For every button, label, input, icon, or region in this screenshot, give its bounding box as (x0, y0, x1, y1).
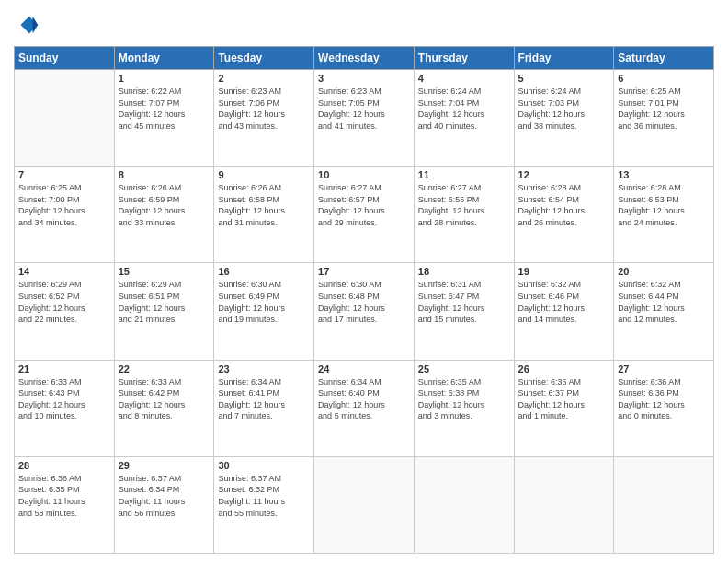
day-number: 11 (418, 169, 510, 180)
day-number: 13 (618, 169, 710, 180)
day-info: Sunrise: 6:23 AM Sunset: 7:06 PM Dayligh… (218, 86, 310, 132)
header (14, 9, 714, 39)
day-info: Sunrise: 6:30 AM Sunset: 6:49 PM Dayligh… (218, 279, 310, 325)
calendar-header-row: SundayMondayTuesdayWednesdayThursdayFrid… (15, 47, 714, 70)
day-info: Sunrise: 6:33 AM Sunset: 6:42 PM Dayligh… (119, 376, 210, 422)
day-info: Sunrise: 6:25 AM Sunset: 7:01 PM Dayligh… (618, 86, 710, 132)
day-info: Sunrise: 6:25 AM Sunset: 7:00 PM Dayligh… (18, 182, 110, 228)
calendar-cell: 12Sunrise: 6:28 AM Sunset: 6:54 PM Dayli… (514, 167, 614, 263)
weekday-header: Sunday (15, 47, 115, 70)
calendar-cell: 16Sunrise: 6:30 AM Sunset: 6:49 PM Dayli… (214, 263, 314, 360)
calendar-cell: 15Sunrise: 6:29 AM Sunset: 6:51 PM Dayli… (114, 263, 214, 360)
calendar-week-row: 7Sunrise: 6:25 AM Sunset: 7:00 PM Daylig… (15, 167, 714, 263)
logo-icon (14, 13, 40, 39)
calendar-cell: 4Sunrise: 6:24 AM Sunset: 7:04 PM Daylig… (414, 70, 514, 167)
day-number: 22 (119, 363, 210, 374)
calendar-cell (414, 456, 514, 553)
svg-marker-1 (33, 17, 39, 34)
day-info: Sunrise: 6:33 AM Sunset: 6:43 PM Dayligh… (18, 376, 110, 422)
calendar-cell: 19Sunrise: 6:32 AM Sunset: 6:46 PM Dayli… (514, 263, 614, 360)
page: SundayMondayTuesdayWednesdayThursdayFrid… (0, 0, 728, 563)
day-number: 18 (418, 266, 510, 277)
calendar-cell: 21Sunrise: 6:33 AM Sunset: 6:43 PM Dayli… (15, 360, 115, 456)
calendar-cell: 5Sunrise: 6:24 AM Sunset: 7:03 PM Daylig… (514, 70, 614, 167)
day-number: 10 (318, 169, 410, 180)
day-number: 6 (618, 73, 710, 84)
day-number: 1 (119, 73, 210, 84)
day-number: 17 (318, 266, 410, 277)
day-info: Sunrise: 6:36 AM Sunset: 6:36 PM Dayligh… (618, 376, 710, 422)
day-info: Sunrise: 6:36 AM Sunset: 6:35 PM Dayligh… (18, 473, 110, 519)
day-info: Sunrise: 6:29 AM Sunset: 6:52 PM Dayligh… (18, 279, 110, 325)
calendar-cell: 10Sunrise: 6:27 AM Sunset: 6:57 PM Dayli… (314, 167, 415, 263)
day-info: Sunrise: 6:35 AM Sunset: 6:38 PM Dayligh… (418, 376, 510, 422)
day-number: 16 (218, 266, 310, 277)
day-info: Sunrise: 6:37 AM Sunset: 6:34 PM Dayligh… (119, 473, 210, 519)
calendar-cell: 23Sunrise: 6:34 AM Sunset: 6:41 PM Dayli… (214, 360, 314, 456)
day-info: Sunrise: 6:24 AM Sunset: 7:04 PM Dayligh… (418, 86, 510, 132)
calendar-week-row: 1Sunrise: 6:22 AM Sunset: 7:07 PM Daylig… (15, 70, 714, 167)
calendar-cell: 30Sunrise: 6:37 AM Sunset: 6:32 PM Dayli… (214, 456, 314, 553)
calendar-cell: 2Sunrise: 6:23 AM Sunset: 7:06 PM Daylig… (214, 70, 314, 167)
calendar-cell: 26Sunrise: 6:35 AM Sunset: 6:37 PM Dayli… (514, 360, 614, 456)
day-number: 12 (518, 169, 610, 180)
calendar-cell: 27Sunrise: 6:36 AM Sunset: 6:36 PM Dayli… (614, 360, 714, 456)
calendar-cell: 8Sunrise: 6:26 AM Sunset: 6:59 PM Daylig… (114, 167, 214, 263)
logo (14, 13, 41, 39)
calendar-cell: 24Sunrise: 6:34 AM Sunset: 6:40 PM Dayli… (314, 360, 415, 456)
calendar-cell (15, 70, 115, 167)
calendar-cell: 6Sunrise: 6:25 AM Sunset: 7:01 PM Daylig… (614, 70, 714, 167)
day-number: 8 (119, 169, 210, 180)
weekday-header: Wednesday (314, 47, 415, 70)
calendar-cell (514, 456, 614, 553)
day-number: 25 (418, 363, 510, 374)
day-number: 30 (218, 460, 310, 471)
calendar-cell: 22Sunrise: 6:33 AM Sunset: 6:42 PM Dayli… (114, 360, 214, 456)
calendar-cell: 28Sunrise: 6:36 AM Sunset: 6:35 PM Dayli… (15, 456, 115, 553)
weekday-header: Saturday (614, 47, 714, 70)
calendar-week-row: 28Sunrise: 6:36 AM Sunset: 6:35 PM Dayli… (15, 456, 714, 553)
calendar-cell: 29Sunrise: 6:37 AM Sunset: 6:34 PM Dayli… (114, 456, 214, 553)
calendar-week-row: 14Sunrise: 6:29 AM Sunset: 6:52 PM Dayli… (15, 263, 714, 360)
day-info: Sunrise: 6:22 AM Sunset: 7:07 PM Dayligh… (119, 86, 210, 132)
day-number: 3 (318, 73, 410, 84)
day-info: Sunrise: 6:27 AM Sunset: 6:55 PM Dayligh… (418, 182, 510, 228)
weekday-header: Monday (114, 47, 214, 70)
calendar-table: SundayMondayTuesdayWednesdayThursdayFrid… (14, 46, 714, 554)
day-number: 29 (119, 460, 210, 471)
day-info: Sunrise: 6:34 AM Sunset: 6:41 PM Dayligh… (218, 376, 310, 422)
day-number: 4 (418, 73, 510, 84)
day-info: Sunrise: 6:23 AM Sunset: 7:05 PM Dayligh… (318, 86, 410, 132)
day-info: Sunrise: 6:30 AM Sunset: 6:48 PM Dayligh… (318, 279, 410, 325)
day-info: Sunrise: 6:28 AM Sunset: 6:53 PM Dayligh… (618, 182, 710, 228)
calendar-week-row: 21Sunrise: 6:33 AM Sunset: 6:43 PM Dayli… (15, 360, 714, 456)
day-number: 2 (218, 73, 310, 84)
day-info: Sunrise: 6:28 AM Sunset: 6:54 PM Dayligh… (518, 182, 610, 228)
day-info: Sunrise: 6:32 AM Sunset: 6:44 PM Dayligh… (618, 279, 710, 325)
day-number: 21 (18, 363, 110, 374)
weekday-header: Friday (514, 47, 614, 70)
day-number: 19 (518, 266, 610, 277)
day-info: Sunrise: 6:27 AM Sunset: 6:57 PM Dayligh… (318, 182, 410, 228)
day-number: 27 (618, 363, 710, 374)
calendar-cell: 18Sunrise: 6:31 AM Sunset: 6:47 PM Dayli… (414, 263, 514, 360)
weekday-header: Thursday (414, 47, 514, 70)
day-number: 14 (18, 266, 110, 277)
weekday-header: Tuesday (214, 47, 314, 70)
calendar-cell: 11Sunrise: 6:27 AM Sunset: 6:55 PM Dayli… (414, 167, 514, 263)
calendar-cell: 13Sunrise: 6:28 AM Sunset: 6:53 PM Dayli… (614, 167, 714, 263)
day-number: 5 (518, 73, 610, 84)
day-info: Sunrise: 6:26 AM Sunset: 6:59 PM Dayligh… (119, 182, 210, 228)
calendar-cell: 7Sunrise: 6:25 AM Sunset: 7:00 PM Daylig… (15, 167, 115, 263)
day-number: 28 (18, 460, 110, 471)
day-info: Sunrise: 6:26 AM Sunset: 6:58 PM Dayligh… (218, 182, 310, 228)
calendar-cell (314, 456, 415, 553)
day-info: Sunrise: 6:37 AM Sunset: 6:32 PM Dayligh… (218, 473, 310, 519)
calendar-cell: 1Sunrise: 6:22 AM Sunset: 7:07 PM Daylig… (114, 70, 214, 167)
day-info: Sunrise: 6:32 AM Sunset: 6:46 PM Dayligh… (518, 279, 610, 325)
calendar-cell: 14Sunrise: 6:29 AM Sunset: 6:52 PM Dayli… (15, 263, 115, 360)
day-number: 15 (119, 266, 210, 277)
day-info: Sunrise: 6:34 AM Sunset: 6:40 PM Dayligh… (318, 376, 410, 422)
calendar-cell: 3Sunrise: 6:23 AM Sunset: 7:05 PM Daylig… (314, 70, 415, 167)
calendar-cell: 25Sunrise: 6:35 AM Sunset: 6:38 PM Dayli… (414, 360, 514, 456)
